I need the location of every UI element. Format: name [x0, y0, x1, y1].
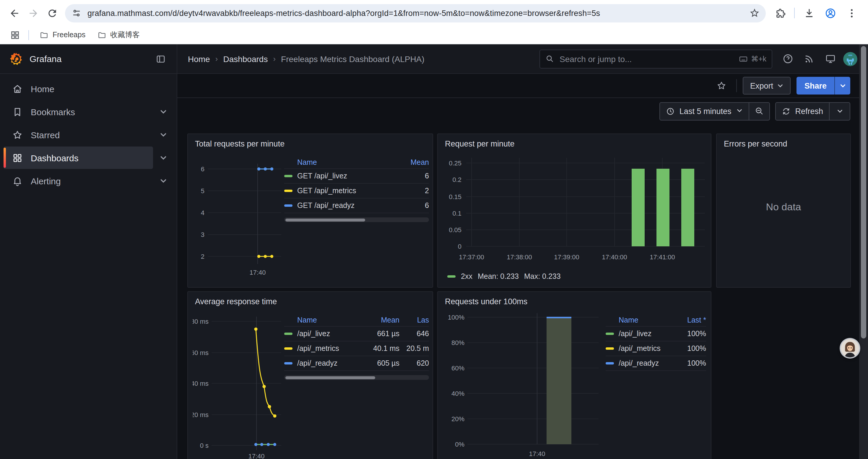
forward-button[interactable]: [24, 4, 42, 23]
svg-text:40%: 40%: [452, 390, 464, 397]
chevron-down-icon: [839, 83, 846, 89]
sidebar-item-dashboards[interactable]: Dashboards: [4, 146, 173, 169]
apps-grid-button[interactable]: [7, 27, 23, 42]
legend-row[interactable]: GET /api/_livez 6: [284, 169, 429, 184]
grafana-brand-name[interactable]: Grafana: [30, 54, 61, 64]
share-menu-button[interactable]: [834, 77, 850, 95]
series-name[interactable]: /api/_metrics: [297, 345, 357, 353]
zoom-out-button[interactable]: [749, 102, 769, 120]
user-avatar[interactable]: [843, 52, 857, 66]
legend-row[interactable]: /api/_livez 100%: [606, 327, 706, 341]
panel-title[interactable]: Average response time: [193, 295, 428, 307]
extensions-button[interactable]: [771, 4, 789, 23]
panel-title[interactable]: Total requests per minute: [193, 137, 428, 150]
legend-col-name[interactable]: Name: [619, 316, 672, 324]
breadcrumb-home[interactable]: Home: [188, 54, 210, 64]
site-settings-icon[interactable]: [71, 8, 82, 18]
legend-col-mean[interactable]: Mean: [362, 316, 399, 324]
legend-scrollbar[interactable]: [284, 375, 429, 380]
bookmark-page-button[interactable]: [747, 5, 762, 21]
search-input[interactable]: [558, 54, 735, 64]
breadcrumb-separator: ›: [215, 54, 218, 63]
sidebar-item-home[interactable]: Home: [4, 77, 173, 100]
search-box[interactable]: ⌘+k: [539, 49, 772, 68]
series-name[interactable]: GET /api/_livez: [297, 172, 420, 180]
series-name[interactable]: /api/_livez: [297, 330, 357, 338]
legend-row[interactable]: /api/_metrics 100%: [606, 341, 706, 356]
assistant-avatar[interactable]: [840, 338, 860, 359]
export-button[interactable]: Export: [743, 77, 791, 95]
sidebar-item-dashboards-main[interactable]: Dashboards: [4, 146, 153, 169]
panel-title[interactable]: Errors per second: [721, 137, 845, 150]
series-name[interactable]: /api/_metrics: [619, 345, 672, 353]
request-per-minute-chart[interactable]: 0.250.20.150.10.05017:37:0017:38:0017:39…: [442, 150, 706, 268]
requests-under-100ms-chart[interactable]: 100%80%60%40%20%0%17:40: [442, 307, 601, 459]
favorite-dashboard-button[interactable]: [713, 77, 731, 95]
dock-menu-button[interactable]: [152, 50, 169, 68]
panel-title[interactable]: Requests under 100ms: [442, 295, 706, 307]
legend-row[interactable]: /api/_readyz 605 µs 620: [284, 356, 429, 371]
back-button[interactable]: [5, 4, 24, 23]
legend-row[interactable]: GET /api/_metrics 2: [284, 184, 429, 198]
legend-scrollbar-thumb[interactable]: [285, 376, 375, 379]
legend-col-name[interactable]: Name: [297, 316, 357, 324]
sidebar-item-alerting-main[interactable]: Alerting: [4, 169, 153, 192]
total-requests-chart[interactable]: 6543217:40: [193, 150, 284, 287]
refresh-group: Refresh: [775, 102, 850, 120]
svg-text:80 ms: 80 ms: [193, 318, 209, 325]
expand-dashboards-button[interactable]: [153, 146, 173, 169]
browser-menu-button[interactable]: [842, 4, 861, 23]
reload-button[interactable]: [42, 4, 61, 23]
legend-row[interactable]: 2xx Mean: 0.233 Max: 0.233: [447, 272, 706, 281]
url-bar[interactable]: grafana.mathmast.com/d/deytv4rwavabkb/fr…: [65, 4, 766, 22]
series-name[interactable]: /api/_readyz: [619, 359, 672, 367]
legend-row[interactable]: /api/_livez 661 µs 646: [284, 327, 429, 341]
series-last: 20.5 m: [404, 345, 429, 353]
series-name[interactable]: GET /api/_readyz: [297, 201, 420, 210]
legend-row[interactable]: /api/_metrics 40.1 ms 20.5 m: [284, 341, 429, 356]
sidebar-item-starred-main[interactable]: Starred: [4, 124, 153, 146]
search-icon: [546, 54, 554, 63]
legend-col-mean[interactable]: Mean: [410, 158, 429, 167]
sidebar-item-alerting[interactable]: Alerting: [4, 169, 173, 192]
page-scrollbar[interactable]: [859, 44, 868, 459]
average-response-time-chart[interactable]: 80 ms60 ms40 ms20 ms0 s17:40: [193, 307, 284, 459]
legend-scrollbar[interactable]: [284, 218, 429, 222]
breadcrumb-dashboards[interactable]: Dashboards: [223, 54, 268, 64]
share-button[interactable]: Share: [797, 77, 834, 95]
time-range-picker[interactable]: Last 5 minutes: [660, 102, 749, 120]
downloads-button[interactable]: [800, 4, 818, 23]
series-name[interactable]: /api/_readyz: [297, 359, 357, 367]
url-text[interactable]: grafana.mathmast.com/d/deytv4rwavabkb/fr…: [88, 8, 747, 18]
page-scrollbar-thumb[interactable]: [861, 46, 866, 338]
legend-scrollbar-thumb[interactable]: [285, 218, 365, 221]
expand-alerting-button[interactable]: [153, 169, 173, 192]
help-button[interactable]: [779, 51, 796, 67]
legend-col-last[interactable]: Last *: [677, 316, 706, 324]
expand-bookmarks-button[interactable]: [153, 100, 173, 123]
breadcrumb-current: Freeleaps Metrics Dashboard (ALPHA): [281, 54, 425, 64]
series-name[interactable]: GET /api/_metrics: [297, 187, 420, 195]
legend-row[interactable]: /api/_readyz 100%: [606, 356, 706, 371]
legend-col-name[interactable]: Name: [297, 158, 406, 167]
star-icon: [749, 8, 760, 18]
bookmark-folder-freeleaps[interactable]: Freeleaps: [35, 29, 90, 41]
sidebar-item-bookmarks-main[interactable]: Bookmarks: [4, 100, 153, 123]
expand-starred-button[interactable]: [153, 124, 173, 146]
series-name[interactable]: 2xx: [461, 272, 472, 281]
refresh-interval-button[interactable]: [830, 102, 850, 120]
profile-button[interactable]: [821, 4, 840, 23]
browser-actions: [771, 4, 863, 23]
refresh-button[interactable]: Refresh: [776, 102, 829, 120]
kiosk-mode-button[interactable]: [822, 51, 838, 67]
panel-title[interactable]: Request per minute: [442, 137, 706, 150]
sidebar-item-starred[interactable]: Starred: [4, 124, 173, 146]
grafana-logo[interactable]: [8, 51, 24, 66]
sidebar-item-bookmarks[interactable]: Bookmarks: [4, 100, 173, 123]
series-name[interactable]: /api/_livez: [619, 330, 672, 338]
news-button[interactable]: [801, 51, 817, 67]
bookmark-folder-blogs[interactable]: 收藏博客: [92, 28, 145, 42]
sidebar-item-home-main[interactable]: Home: [4, 77, 153, 100]
legend-row[interactable]: GET /api/_readyz 6: [284, 198, 429, 213]
legend-col-last[interactable]: Las: [404, 316, 429, 324]
